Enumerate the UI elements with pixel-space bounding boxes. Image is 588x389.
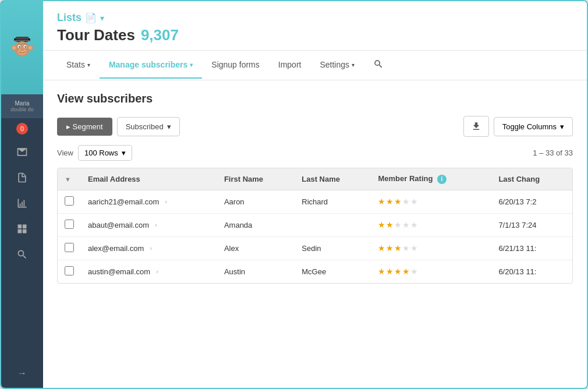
sidebar-nav-template[interactable]	[1, 216, 43, 242]
row-rating: ★★★★★	[371, 260, 491, 283]
table-header: ▼ Email Address First Name Last Name	[58, 168, 572, 190]
row-checkbox-cell	[58, 190, 81, 213]
rows-select-arrow: ▾	[122, 148, 126, 157]
tab-import[interactable]: Import	[269, 52, 311, 79]
row-checkbox[interactable]	[65, 266, 74, 275]
row-checkbox[interactable]	[65, 220, 74, 229]
th-member-rating: Member Rating i	[371, 168, 491, 190]
view-label: View	[57, 148, 73, 157]
row-last-name: Richard	[295, 190, 371, 213]
sidebar-bottom: →	[10, 359, 34, 388]
header: Lists 📄 ▾ Tour Dates 9,307	[43, 1, 587, 51]
row-last-changed: 6/20/13 7:2	[491, 190, 572, 213]
row-last-name	[295, 213, 371, 236]
toolbar: ▸ Segment Subscribed ▾ Toggle Columns ▾	[57, 116, 573, 137]
svg-point-7	[12, 46, 16, 49]
svg-point-8	[29, 46, 32, 49]
row-email: aarich21@email.com ›	[81, 190, 217, 213]
subscribed-button[interactable]: Subscribed ▾	[117, 117, 180, 136]
th-checkbox: ▼	[58, 168, 81, 190]
row-checkbox-cell	[58, 260, 81, 283]
download-icon	[471, 121, 481, 132]
subscribed-arrow: ▾	[167, 122, 171, 131]
table-body: aarich21@email.com › Aaron Richard ★★★★★…	[58, 190, 572, 283]
row-last-changed: 6/20/13 11:	[491, 260, 572, 283]
tab-settings[interactable]: Settings ▾	[310, 52, 364, 79]
row-rating: ★★★★★	[371, 190, 491, 213]
toolbar-right: Toggle Columns ▾	[463, 116, 573, 137]
document-breadcrumb-icon: 📄	[85, 12, 97, 23]
sidebar-nav-chart[interactable]	[1, 190, 43, 216]
search-icon	[373, 59, 384, 69]
svg-point-13	[24, 46, 26, 47]
row-rating: ★★★★★	[371, 213, 491, 236]
row-last-name: McGee	[295, 260, 371, 283]
sidebar-nav-search[interactable]	[1, 242, 43, 267]
row-first-name: Alex	[217, 236, 295, 260]
sidebar-user-name: Maria	[5, 100, 40, 107]
sidebar-nav-mail[interactable]	[1, 139, 43, 165]
table-row: austin@email.com › Austin McGee ★★★★★ 6/…	[58, 260, 572, 283]
table: ▼ Email Address First Name Last Name	[58, 168, 572, 283]
row-last-changed: 7/1/13 7:24	[491, 213, 572, 236]
tab-signup-forms[interactable]: Signup forms	[202, 52, 268, 79]
subscribed-label: Subscribed	[126, 122, 164, 131]
svg-rect-3	[14, 40, 30, 41]
list-name: Tour Dates	[57, 26, 135, 44]
breadcrumb-dropdown[interactable]: ▾	[100, 13, 104, 23]
download-button[interactable]	[463, 116, 489, 137]
row-checkbox-cell	[58, 236, 81, 260]
row-first-name: Austin	[217, 260, 295, 283]
lists-link[interactable]: Lists	[57, 12, 82, 24]
row-email: abaut@email.com ›	[81, 213, 217, 236]
table-row: aarich21@email.com › Aaron Richard ★★★★★…	[58, 190, 572, 213]
manage-tab-arrow: ▾	[190, 62, 193, 68]
chart-icon	[16, 197, 28, 209]
row-arrow: ›	[147, 245, 152, 252]
toggle-columns-arrow: ▾	[560, 122, 564, 131]
sidebar-user: Maria double do	[1, 94, 43, 118]
table-row: abaut@email.com › Amanda ★★★★★ 7/1/13 7:…	[58, 213, 572, 236]
row-rating: ★★★★★	[371, 236, 491, 260]
sidebar: Maria double do 0	[1, 1, 43, 388]
segment-button[interactable]: ▸ Segment	[57, 118, 112, 136]
svg-rect-2	[16, 37, 29, 40]
row-checkbox[interactable]	[65, 196, 74, 206]
toggle-columns-button[interactable]: Toggle Columns ▾	[494, 117, 573, 136]
nav-tabs: Stats ▾ Manage subscribers ▾ Signup form…	[43, 51, 587, 80]
row-last-name: Sedin	[295, 236, 371, 260]
row-first-name: Amanda	[217, 213, 295, 236]
row-email: austin@email.com ›	[81, 260, 217, 283]
stats-tab-arrow: ▾	[87, 62, 90, 68]
pagination: 1 – 33 of 33	[533, 148, 573, 157]
th-email[interactable]: Email Address	[81, 168, 217, 190]
app-layout: Maria double do 0	[1, 1, 587, 388]
search-nav-icon	[16, 249, 28, 260]
rows-select-label: 100 Rows	[84, 148, 118, 157]
toolbar-left: ▸ Segment Subscribed ▾	[57, 117, 180, 136]
list-count: 9,307	[141, 26, 179, 44]
th-last-changed: Last Chang	[491, 168, 572, 190]
svg-point-12	[19, 46, 20, 47]
row-last-changed: 6/21/13 11:	[491, 236, 572, 260]
page-title: Tour Dates 9,307	[57, 26, 573, 44]
section-title: View subscribers	[57, 92, 573, 105]
row-checkbox-cell	[58, 213, 81, 236]
row-arrow: ›	[153, 221, 157, 228]
row-checkbox[interactable]	[65, 243, 74, 252]
sidebar-bottom-arrow[interactable]: →	[10, 365, 34, 382]
row-first-name: Aaron	[217, 190, 295, 213]
main-content: Lists 📄 ▾ Tour Dates 9,307 Stats ▾ Manag…	[43, 1, 587, 388]
member-rating-info-icon[interactable]: i	[437, 175, 447, 184]
rows-select[interactable]: 100 Rows ▾	[78, 145, 132, 161]
search-tab[interactable]	[369, 51, 388, 80]
sidebar-nav-document[interactable]	[1, 165, 43, 190]
tab-stats[interactable]: Stats ▾	[57, 52, 100, 79]
template-icon	[16, 223, 28, 235]
th-last-name: Last Name	[295, 168, 371, 190]
stars: ★★★★★	[378, 220, 419, 229]
tab-manage-subscribers[interactable]: Manage subscribers ▾	[100, 52, 202, 79]
app-window: Maria double do 0	[0, 0, 588, 389]
view-row: View 100 Rows ▾ 1 – 33 of 33	[57, 145, 573, 161]
row-arrow: ›	[162, 198, 167, 205]
